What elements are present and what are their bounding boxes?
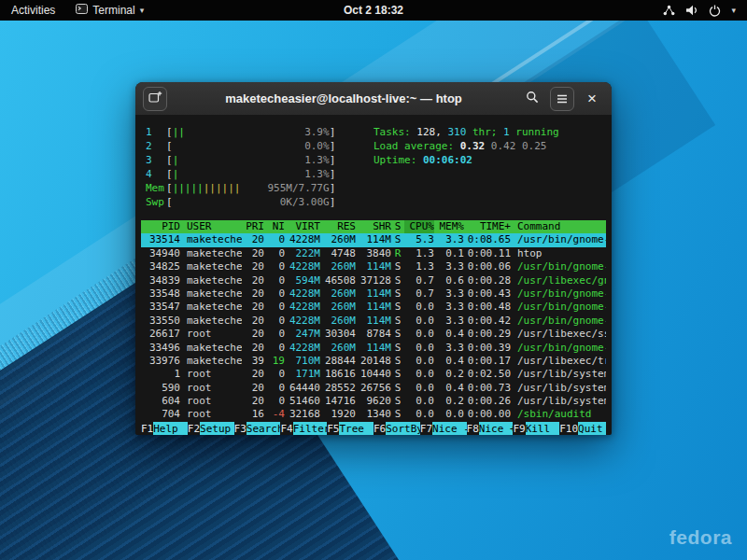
column-header-ni[interactable]: NI — [264, 220, 285, 233]
cell-shr: 114M — [356, 287, 391, 301]
function-key[interactable]: F5 Tree — [327, 422, 374, 435]
function-key[interactable]: F3 Search — [234, 422, 281, 435]
terminal-app-icon — [76, 4, 88, 17]
network-icon — [663, 5, 675, 16]
cell-pid: 33548 — [141, 287, 180, 301]
app-menu-button[interactable]: Terminal ▾ — [66, 0, 153, 21]
cell-cpu: 0.0 — [404, 395, 434, 408]
column-header-command[interactable]: Command — [511, 220, 606, 233]
cell-user: root — [180, 395, 242, 408]
cell-shr: 9620 — [356, 395, 391, 408]
cell-state: S — [391, 368, 404, 381]
table-row[interactable]: 26617 root 20 0 247M 30304 8784 S 0.0 0.… — [141, 328, 606, 341]
system-status-area[interactable]: ▾ — [663, 0, 747, 21]
function-key[interactable]: F9 Kill — [513, 422, 559, 435]
table-row[interactable]: 34825 maketeche 20 0 4228M 260M 114M S 1… — [141, 260, 606, 273]
cell-time: 0:00.43 — [464, 287, 511, 301]
cell-res: 260M — [320, 315, 356, 328]
load-average: Load average: 0.32 0.42 0.25 — [374, 139, 606, 153]
activities-button[interactable]: Activities — [0, 0, 66, 21]
cell-time: 0:00.39 — [464, 342, 511, 355]
htop-summary: Tasks: 128, 310 thr; 1 running Load aver… — [370, 125, 606, 209]
column-header-state[interactable]: S — [391, 220, 404, 233]
cell-pri: 20 — [242, 395, 264, 408]
function-key[interactable]: F8 Nice + — [467, 422, 514, 435]
search-button[interactable] — [520, 87, 544, 111]
meter-track: | 1.3% — [173, 153, 330, 167]
meter-bar-used: ||||| — [173, 182, 204, 194]
cell-state: S — [391, 342, 404, 355]
cell-ni: 0 — [264, 395, 285, 408]
chevron-down-icon: ▾ — [731, 6, 736, 15]
table-row[interactable]: 704 root 16 -4 32168 1920 1340 S 0.0 0.0… — [141, 408, 606, 421]
meter-value: 1.3% — [304, 167, 330, 181]
cell-user: maketeche — [180, 247, 242, 260]
new-tab-button[interactable] — [143, 87, 167, 111]
table-row[interactable]: 33547 maketeche 20 0 4228M 260M 114M S 0… — [141, 301, 606, 314]
cpu-meter: 1 [ || 3.9% ] — [141, 125, 370, 139]
column-header-pri[interactable]: PRI — [242, 220, 264, 233]
cell-ni: 0 — [264, 260, 285, 273]
table-row[interactable]: 34940 maketeche 20 0 222M 4748 3840 R 1.… — [141, 247, 606, 260]
table-row[interactable]: 33550 maketeche 20 0 4228M 260M 114M S 0… — [141, 315, 606, 328]
column-header-pid[interactable]: PID — [141, 220, 180, 233]
cell-pid: 1 — [141, 368, 180, 381]
function-key[interactable]: F2 Setup — [188, 422, 234, 435]
meter-open-bracket: [ — [166, 195, 173, 209]
table-row[interactable]: 33976 maketeche 39 19 710M 28844 20148 S… — [141, 355, 606, 368]
uptime: Uptime: 00:06:02 — [374, 153, 606, 167]
meter-close-bracket: ] — [330, 125, 336, 139]
column-header-mem[interactable]: MEM% — [434, 220, 464, 233]
process-table-header[interactable]: PID USER PRI NI VIRT RES SHR S CPU% MEM%… — [141, 220, 606, 233]
function-key[interactable]: F6 SortBy — [374, 422, 420, 435]
cell-state: S — [391, 260, 404, 273]
meter-bar: ||||||||||| — [173, 181, 241, 195]
cell-time: 0:02.50 — [464, 368, 511, 381]
table-row[interactable]: 604 root 20 0 51460 14716 9620 S 0.0 0.2… — [141, 395, 606, 408]
meter-bar: | — [173, 153, 179, 167]
cell-command: /usr/bin/gnome- — [511, 287, 606, 301]
close-button[interactable]: × — [580, 87, 604, 111]
column-header-shr[interactable]: SHR — [356, 220, 391, 233]
column-header-user[interactable]: USER — [180, 220, 242, 233]
column-header-virt[interactable]: VIRT — [285, 220, 320, 233]
function-key[interactable]: F7 Nice - — [420, 422, 467, 435]
table-row[interactable]: 590 root 20 0 64440 28552 26756 S 0.0 0.… — [141, 382, 606, 395]
cell-mem: 3.3 — [434, 233, 464, 246]
meter-value: 1.3% — [304, 153, 330, 167]
cell-pid: 26617 — [141, 328, 180, 341]
table-row[interactable]: 1 root 20 0 171M 18616 10440 S 0.0 0.2 0… — [141, 368, 606, 381]
window-titlebar[interactable]: maketecheasier@localhost-live:~ — htop × — [135, 82, 612, 116]
load-5min: 0.42 — [491, 140, 522, 152]
app-menu-label: Terminal — [92, 4, 134, 17]
terminal-window: maketecheasier@localhost-live:~ — htop × — [135, 82, 612, 435]
threads-label: thr; — [472, 126, 503, 138]
column-header-time[interactable]: TIME+ — [464, 220, 511, 233]
table-row[interactable]: 34839 maketeche 20 0 594M 46508 37128 S … — [141, 274, 606, 287]
column-header-cpu[interactable]: CPU% — [404, 220, 434, 233]
cell-user: maketeche — [180, 315, 242, 328]
meter-bar: | — [173, 167, 179, 181]
cell-pri: 20 — [242, 328, 264, 341]
function-key[interactable]: F10 Quit — [559, 422, 606, 435]
tasks-label: Tasks: — [374, 126, 416, 138]
table-row[interactable]: 33514 maketeche 20 0 4228M 260M 114M S 5… — [141, 233, 606, 246]
cell-virt: 171M — [285, 368, 320, 381]
function-key[interactable]: F4 Filter — [280, 422, 327, 435]
cell-state: S — [391, 287, 404, 301]
cell-user: maketeche — [180, 301, 242, 314]
table-row[interactable]: 33496 maketeche 20 0 4228M 260M 114M S 0… — [141, 342, 606, 355]
cell-user: root — [180, 368, 242, 381]
cell-pid: 590 — [141, 382, 180, 395]
column-header-res[interactable]: RES — [320, 220, 356, 233]
cell-command: htop — [511, 247, 606, 260]
function-key-label: Quit — [578, 422, 606, 435]
table-row[interactable]: 33548 maketeche 20 0 4228M 260M 114M S 0… — [141, 287, 606, 301]
cell-time: 0:00.26 — [464, 395, 511, 408]
clock[interactable]: Oct 2 18:32 — [344, 4, 403, 17]
function-key[interactable]: F1 Help — [141, 422, 188, 435]
cell-pid: 34825 — [141, 260, 180, 273]
cell-mem: 0.4 — [434, 328, 464, 341]
cell-user: maketeche — [180, 287, 242, 301]
menu-button[interactable] — [550, 87, 574, 111]
